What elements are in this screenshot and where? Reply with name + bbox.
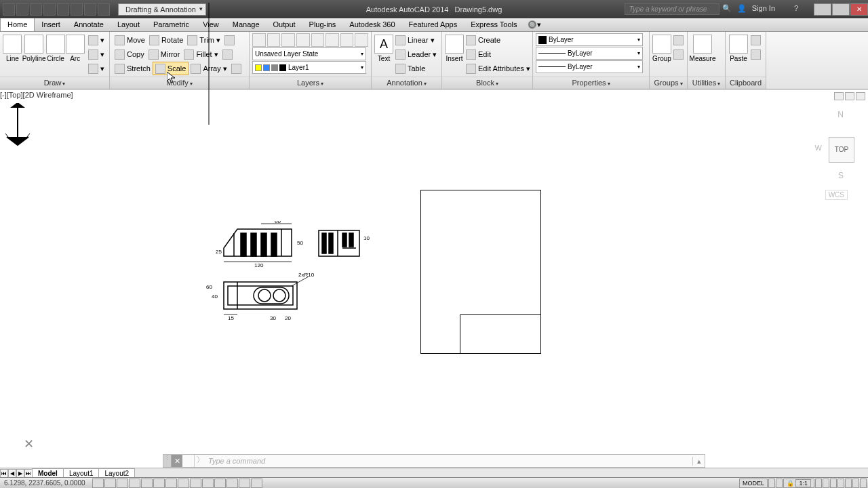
status-icon-4[interactable] [823, 479, 829, 488]
app-menu-icon[interactable] [3, 3, 15, 16]
insert-button[interactable]: Insert [445, 33, 464, 62]
annotation-scale[interactable]: 🔒 1:1 [783, 479, 814, 488]
layer-props-icon[interactable] [252, 33, 266, 47]
status-icon-5[interactable] [830, 479, 837, 488]
signin-label[interactable]: Sign In [752, 4, 775, 15]
status-icon-3[interactable] [815, 479, 822, 488]
tab-home[interactable]: Home [0, 18, 35, 31]
layer-lock-icon[interactable] [296, 33, 310, 47]
cut-button[interactable] [749, 33, 763, 47]
group-button[interactable]: Group [652, 33, 671, 62]
polyline-button[interactable]: Polyline [22, 33, 46, 62]
layer-match-icon[interactable] [340, 33, 354, 47]
signin-icon[interactable]: 👤 [737, 4, 748, 15]
leader-button[interactable]: Leader▾ [393, 47, 439, 61]
redo-icon[interactable] [98, 3, 110, 16]
measure-button[interactable]: Measure [690, 33, 715, 62]
explode-button[interactable] [220, 47, 235, 61]
block-attr-button[interactable]: Edit Attributes▾ [464, 62, 532, 75]
layer-uniso-icon[interactable] [326, 33, 339, 47]
coordinates[interactable]: 6.1298, 2237.6605, 0.0000 [0, 479, 90, 487]
layer-state-dropdown[interactable]: Unsaved Layer State [252, 47, 366, 60]
view-label[interactable]: [-][Top][2D Wireframe] [0, 91, 73, 99]
ducs-toggle[interactable] [178, 479, 189, 488]
maximize-button[interactable]: ◻ [832, 3, 850, 16]
viewport-close-icon[interactable] [856, 92, 865, 100]
hatch-button[interactable]: ▾ [86, 62, 106, 75]
cmdline-input[interactable]: Type a command [205, 457, 692, 465]
layer-current-dropdown[interactable]: Layer1 [252, 61, 366, 74]
status-icon-2[interactable] [776, 479, 783, 488]
save-icon[interactable] [43, 3, 56, 16]
tab-express-tools[interactable]: Express Tools [464, 18, 524, 31]
trim-button[interactable]: Trim▾ [185, 33, 222, 47]
cmdline-close-icon[interactable]: ✕ [172, 455, 182, 467]
search-input[interactable]: Type a keyword or phrase [625, 3, 719, 15]
help-icon[interactable]: ? [794, 4, 805, 15]
tab-annotate[interactable]: Annotate [67, 18, 111, 31]
close-button[interactable]: ✕ [850, 3, 868, 16]
tab-insert[interactable]: Insert [35, 18, 67, 31]
status-icon-7[interactable] [845, 479, 852, 488]
fillet-button[interactable]: Fillet▾ [182, 47, 220, 61]
tpy-toggle[interactable] [214, 479, 226, 488]
linear-dim-button[interactable]: Linear▾ [393, 33, 439, 47]
color-dropdown[interactable]: ByLayer [536, 33, 643, 46]
cmdline-handle[interactable]: ⋮ [163, 455, 172, 467]
ortho-toggle[interactable] [117, 479, 128, 488]
undo-icon[interactable] [84, 3, 96, 16]
polar-toggle[interactable] [129, 479, 140, 488]
viewport-min-icon[interactable] [834, 92, 844, 100]
am-toggle[interactable] [251, 479, 262, 488]
command-line[interactable]: ⋮ ✕ 〉 Type a command ▴ [163, 454, 705, 468]
search-icon[interactable]: 🔍 [722, 4, 733, 15]
lineweight-dropdown[interactable]: ByLayer [536, 47, 643, 60]
stretch-button[interactable]: Stretch [113, 62, 153, 75]
workspace-dropdown[interactable]: Drafting & Annotation [118, 3, 206, 16]
drawing-area[interactable]: [-][Top][2D Wireframe] N W TOP S WCS 60 [0, 89, 868, 458]
rectangle-button[interactable]: ▾ [86, 33, 106, 47]
clean-screen-icon[interactable] [860, 479, 867, 488]
circle-button[interactable]: Circle [46, 33, 66, 62]
viewport-max-icon[interactable] [845, 92, 854, 100]
status-icon-6[interactable] [837, 479, 844, 488]
copy-clip-button[interactable] [749, 47, 763, 61]
status-icon-1[interactable] [768, 479, 775, 488]
wcs-label[interactable]: WCS [825, 190, 848, 200]
tab-autodesk360[interactable]: Autodesk 360 [342, 18, 401, 31]
layer-off-icon[interactable] [267, 33, 281, 47]
3dosnap-toggle[interactable] [153, 479, 165, 488]
snap-toggle[interactable] [92, 479, 104, 488]
tab-featured-apps[interactable]: Featured Apps [402, 18, 465, 31]
close-x-icon[interactable]: ✕ [24, 436, 34, 451]
minimize-button[interactable]: — [814, 3, 831, 16]
paste-button[interactable]: Paste [728, 33, 749, 62]
erase-button[interactable] [222, 33, 237, 47]
qp-toggle[interactable] [226, 479, 238, 488]
tab-extra-icon[interactable]: 🔘▾ [524, 18, 545, 31]
tab-manage[interactable]: Manage [226, 18, 267, 31]
block-edit-button[interactable]: Edit [464, 47, 532, 61]
linetype-dropdown[interactable]: ByLayer [536, 60, 643, 73]
tab-plugins[interactable]: Plug-ins [302, 18, 343, 31]
group-sub1[interactable] [671, 33, 686, 47]
ellipse-button[interactable]: ▾ [86, 47, 106, 61]
otrack-toggle[interactable] [165, 479, 177, 488]
tab-parametric[interactable]: Parametric [146, 18, 196, 31]
group-sub2[interactable] [671, 47, 686, 61]
cmdline-settings-icon[interactable] [182, 455, 195, 467]
grid-toggle[interactable] [104, 479, 116, 488]
text-button[interactable]: AText [374, 33, 393, 62]
status-icon-8[interactable] [852, 479, 859, 488]
line-button[interactable]: Line [3, 33, 22, 62]
viewcube[interactable]: TOP [829, 137, 854, 163]
cmdline-expand-icon[interactable]: ▴ [692, 457, 705, 466]
layer-prev-icon[interactable] [355, 33, 368, 47]
layer-freeze-icon[interactable] [281, 33, 295, 47]
move-button[interactable]: Move [113, 33, 147, 47]
arc-button[interactable]: Arc [65, 33, 85, 62]
block-create-button[interactable]: Create [464, 33, 532, 47]
exchange-icon[interactable] [779, 4, 790, 15]
model-space-button[interactable]: MODEL [739, 479, 768, 488]
lwt-toggle[interactable] [202, 479, 214, 488]
